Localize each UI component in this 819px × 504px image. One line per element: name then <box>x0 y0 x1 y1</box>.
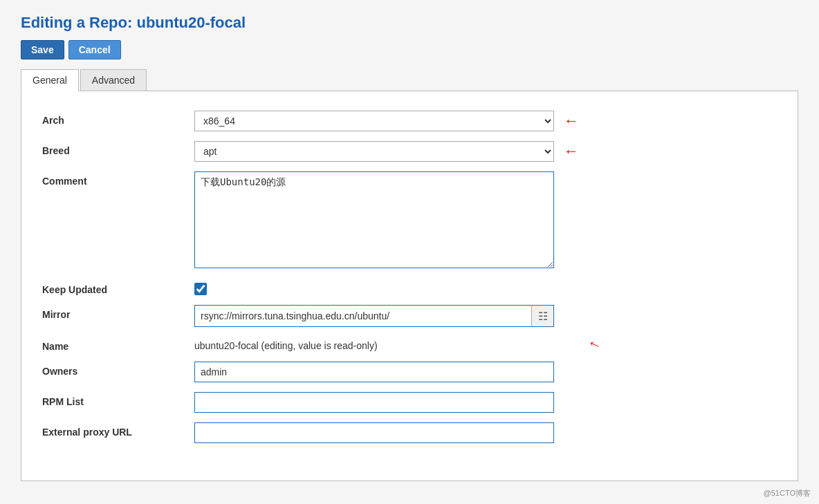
owners-label: Owners <box>42 362 194 377</box>
mirror-label: Mirror <box>42 305 194 320</box>
rpm-list-control <box>194 392 554 413</box>
name-control: ubuntu20-focal (editing, value is read-o… <box>194 337 554 351</box>
tab-content-general: Arch x86_64 i386 aarch64 ppc64le ← Breed… <box>21 91 798 481</box>
form-row-external-proxy: External proxy URL <box>42 422 777 443</box>
breed-control: apt rpm yum rsync ← <box>194 141 554 162</box>
comment-control: 下载Ubuntu20的源 <box>194 171 554 270</box>
arch-select[interactable]: x86_64 i386 aarch64 ppc64le <box>194 111 554 131</box>
keep-updated-label: Keep Updated <box>42 280 194 295</box>
external-proxy-input[interactable] <box>194 422 554 443</box>
breed-label: Breed <box>42 141 194 156</box>
form-row-rpm-list: RPM List <box>42 392 777 413</box>
form-row-owners: Owners <box>42 362 777 382</box>
save-button[interactable]: Save <box>21 40 64 59</box>
form-row-breed: Breed apt rpm yum rsync ← <box>42 141 777 162</box>
name-label: Name <box>42 337 194 352</box>
mirror-input-wrap: ☷ <box>194 305 554 327</box>
keep-updated-control <box>194 280 554 295</box>
name-arrow-icon: ← <box>585 333 606 355</box>
action-bar: Save Cancel <box>21 40 798 59</box>
comment-label: Comment <box>42 171 194 187</box>
breed-select[interactable]: apt rpm yum rsync <box>194 141 554 162</box>
rpm-list-input[interactable] <box>194 392 554 413</box>
arch-control: x86_64 i386 aarch64 ppc64le ← <box>194 111 554 131</box>
name-hint: ubuntu20-focal (editing, value is read-o… <box>194 337 554 351</box>
mirror-control: ☷ <box>194 305 554 327</box>
form-row-name: Name ubuntu20-focal (editing, value is r… <box>42 337 777 352</box>
arch-label: Arch <box>42 111 194 126</box>
owners-input[interactable] <box>194 362 554 382</box>
tab-advanced[interactable]: Advanced <box>80 69 147 91</box>
keep-updated-checkbox[interactable] <box>194 283 207 295</box>
tab-bar: General Advanced <box>21 69 798 91</box>
external-proxy-label: External proxy URL <box>42 422 194 438</box>
tab-general[interactable]: General <box>21 69 79 91</box>
comment-textarea[interactable]: 下载Ubuntu20的源 <box>194 171 554 268</box>
form-row-comment: Comment 下载Ubuntu20的源 <box>42 171 777 270</box>
watermark: @51CTO博客 <box>764 488 811 498</box>
arch-arrow-icon: ← <box>564 112 579 130</box>
form-row-arch: Arch x86_64 i386 aarch64 ppc64le ← <box>42 111 777 131</box>
breed-arrow-icon: ← <box>564 142 579 160</box>
external-proxy-control <box>194 422 554 443</box>
mirror-input[interactable] <box>195 306 531 326</box>
cancel-button[interactable]: Cancel <box>68 40 121 59</box>
page-title: Editing a Repo: ubuntu20-focal <box>21 14 798 32</box>
rpm-list-label: RPM List <box>42 392 194 407</box>
owners-control <box>194 362 554 382</box>
mirror-select-button[interactable]: ☷ <box>531 306 553 326</box>
form-row-mirror: Mirror ☷ <box>42 305 777 327</box>
form-row-keep-updated: Keep Updated <box>42 280 777 295</box>
